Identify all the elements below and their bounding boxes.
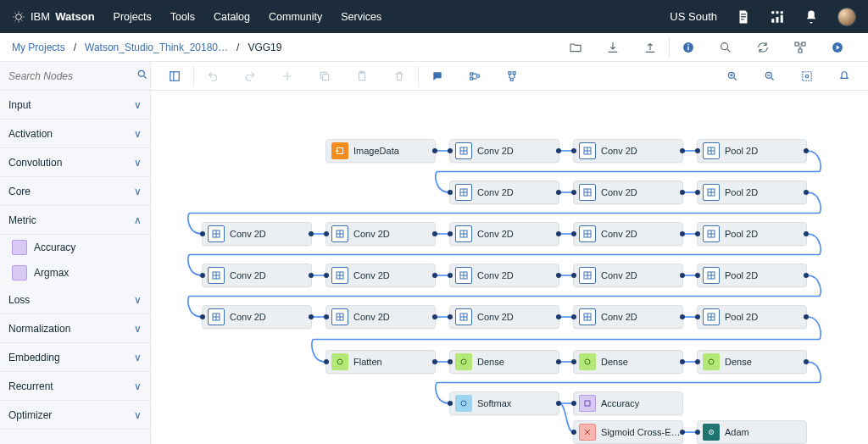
node-c12[interactable]: Conv 2D [573, 264, 683, 287]
port-in[interactable] [695, 273, 700, 278]
port-out[interactable] [556, 231, 561, 236]
palette-cat-activation[interactable]: Activation∨ [0, 119, 150, 148]
zoom-in-icon[interactable] [714, 62, 751, 91]
port-in[interactable] [448, 148, 453, 153]
port-out[interactable] [556, 314, 561, 319]
node-p1[interactable]: Pool 2D [697, 139, 807, 163]
arrange-horiz-icon[interactable] [456, 62, 493, 91]
palette-item-argmax[interactable]: Argmax [0, 260, 150, 286]
port-out[interactable] [804, 273, 809, 278]
port-in[interactable] [695, 430, 700, 435]
node-d2[interactable]: Dense [573, 350, 683, 374]
node-c1[interactable]: Conv 2D [449, 139, 559, 163]
palette-cat-input[interactable]: Input∨ [0, 91, 150, 119]
node-p5[interactable]: Pool 2D [697, 305, 807, 329]
node-c11[interactable]: Conv 2D [449, 264, 559, 287]
port-in[interactable] [695, 148, 700, 153]
node-d3[interactable]: Dense [697, 350, 807, 374]
data-icon[interactable] [770, 9, 785, 25]
node-c16[interactable]: Conv 2D [573, 305, 683, 329]
run-icon[interactable] [819, 33, 856, 62]
palette-cat-recurrent[interactable]: Recurrent∨ [0, 372, 150, 401]
port-in[interactable] [571, 314, 576, 319]
upload-icon[interactable] [632, 33, 669, 62]
palette-cat-optimizer[interactable]: Optimizer∨ [0, 401, 150, 430]
refresh-icon[interactable] [744, 33, 782, 62]
node-c14[interactable]: Conv 2D [326, 305, 436, 329]
node-p2[interactable]: Pool 2D [697, 180, 807, 204]
port-in[interactable] [324, 231, 329, 236]
zoom-out-icon[interactable] [751, 62, 788, 91]
info-icon[interactable] [670, 33, 707, 62]
node-flt[interactable]: Flatten [326, 350, 436, 374]
palette-cat-normalization[interactable]: Normalization∨ [0, 314, 150, 343]
port-out[interactable] [804, 314, 809, 319]
node-sce[interactable]: Sigmoid Cross-E… [573, 420, 683, 444]
port-in[interactable] [571, 359, 576, 364]
crumb-root[interactable]: My Projects [12, 42, 65, 53]
port-out[interactable] [680, 148, 685, 153]
port-out[interactable] [680, 359, 685, 364]
port-out[interactable] [680, 231, 685, 236]
port-out[interactable] [680, 190, 685, 195]
port-in[interactable] [448, 401, 453, 406]
node-c3[interactable]: Conv 2D [449, 180, 559, 204]
node-c7[interactable]: Conv 2D [449, 222, 559, 246]
comment-icon[interactable] [419, 62, 456, 91]
palette-cat-core[interactable]: Core∨ [0, 177, 150, 206]
node-d1[interactable]: Dense [449, 350, 559, 374]
notifications-icon[interactable] [826, 62, 863, 91]
port-out[interactable] [556, 273, 561, 278]
palette-item-accuracy[interactable]: Accuracy [0, 235, 150, 260]
port-in[interactable] [448, 359, 453, 364]
port-in[interactable] [324, 359, 329, 364]
add-icon[interactable] [269, 62, 306, 91]
port-out[interactable] [680, 314, 685, 319]
node-sm[interactable]: Softmax [449, 391, 559, 415]
port-in[interactable] [448, 190, 453, 195]
node-c10[interactable]: Conv 2D [326, 264, 436, 287]
arrange-vert-icon[interactable] [493, 62, 531, 91]
port-in[interactable] [571, 273, 576, 278]
nav-item-projects[interactable]: Projects [114, 11, 152, 23]
redo-icon[interactable] [231, 62, 269, 91]
node-c4[interactable]: Conv 2D [573, 180, 683, 204]
document-icon[interactable] [736, 9, 751, 25]
port-out[interactable] [432, 231, 437, 236]
port-in[interactable] [695, 359, 700, 364]
paste-icon[interactable] [343, 62, 381, 91]
flow-icon[interactable] [782, 33, 819, 62]
port-out[interactable] [309, 231, 314, 236]
delete-icon[interactable] [381, 62, 418, 91]
copy-icon[interactable] [306, 62, 343, 91]
port-out[interactable] [432, 359, 437, 364]
port-out[interactable] [680, 430, 685, 435]
node-acc[interactable]: Accuracy [573, 391, 683, 415]
node-p3[interactable]: Pool 2D [697, 222, 807, 246]
nav-item-catalog[interactable]: Catalog [214, 11, 250, 23]
port-out[interactable] [556, 359, 561, 364]
download-icon[interactable] [594, 33, 632, 62]
port-in[interactable] [695, 231, 700, 236]
brand[interactable]: IBM Watson [12, 10, 95, 24]
crumb-project[interactable]: Watson_Studio_Think_20180… [85, 42, 228, 53]
port-in[interactable] [200, 314, 205, 319]
port-in[interactable] [448, 231, 453, 236]
port-in[interactable] [448, 273, 453, 278]
port-in[interactable] [695, 190, 700, 195]
node-c2[interactable]: Conv 2D [573, 139, 683, 163]
port-out[interactable] [556, 148, 561, 153]
canvas[interactable]: ImageDataConv 2DConv 2DPool 2DConv 2DCon… [151, 91, 868, 444]
port-out[interactable] [556, 401, 561, 406]
panel-toggle-icon[interactable] [156, 62, 193, 91]
undo-icon[interactable] [194, 62, 231, 91]
port-in[interactable] [571, 148, 576, 153]
search-input[interactable] [8, 70, 136, 82]
find-icon[interactable] [707, 33, 744, 62]
avatar[interactable] [837, 8, 856, 26]
palette-cat-loss[interactable]: Loss∨ [0, 286, 150, 314]
port-out[interactable] [680, 273, 685, 278]
port-out[interactable] [804, 359, 809, 364]
node-c13[interactable]: Conv 2D [202, 305, 312, 329]
port-in[interactable] [448, 314, 453, 319]
